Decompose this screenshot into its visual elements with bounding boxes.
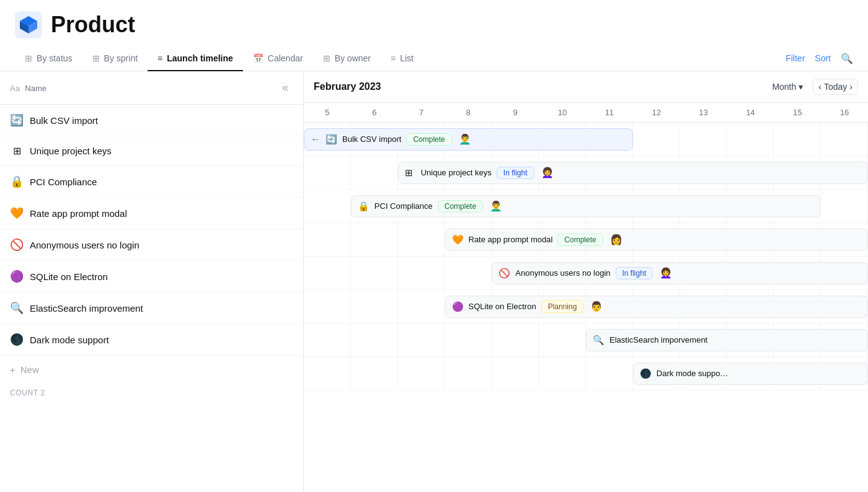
- sqlite-icon: 🟣: [10, 270, 24, 283]
- sidebar-collapse-button[interactable]: «: [277, 79, 293, 97]
- pci-status-badge: Complete: [438, 200, 483, 213]
- day-headers: 5678910111213141516: [304, 103, 868, 123]
- timeline-row-anon-users: 🚫Anonymous users no loginIn flight👩‍🦱: [304, 257, 868, 290]
- elastic-bar-label: ElasticSearch imporvement: [609, 335, 707, 345]
- sidebar-item-label: Bulk CSV import: [30, 115, 98, 126]
- back-arrow-icon: ←: [311, 134, 321, 145]
- dark-mode-bar-label: Dark mode suppo…: [657, 369, 728, 378]
- rate-app-avatar: 👩: [608, 232, 624, 248]
- day-header-9: 9: [492, 103, 539, 122]
- filter-button[interactable]: Filter: [786, 53, 805, 63]
- anon-users-bar-label: Anonymous users no login: [515, 268, 610, 278]
- timeline-rows: ←🔄Bulk CSV importComplete👨‍🦱⊞Unique proj…: [304, 123, 868, 492]
- day-header-8: 8: [445, 103, 492, 122]
- page-title: Product: [51, 12, 135, 38]
- day-header-5: 5: [304, 103, 351, 122]
- elastic-icon: 🔍: [10, 301, 24, 315]
- sidebar-name-label: Name: [25, 84, 46, 93]
- tab-by-sprint[interactable]: ⊞ By sprint: [82, 46, 148, 71]
- anon-users-bar-icon: 🚫: [498, 268, 510, 279]
- task-bar-pci[interactable]: 🔒PCI ComplianceComplete👨‍🦱: [351, 195, 821, 217]
- timeline-row-bulk-csv: ←🔄Bulk CSV importComplete👨‍🦱: [304, 123, 868, 156]
- sidebar-count: COUNT 2: [0, 384, 303, 402]
- sidebar-header: Aa Name «: [0, 71, 303, 105]
- sidebar-item-label: ElasticSearch improvement: [30, 303, 143, 314]
- tab-launch-timeline[interactable]: ≡ Launch timeline: [148, 46, 243, 71]
- bulk-csv-icon: 🔄: [10, 113, 24, 127]
- task-bar-elastic[interactable]: 🔍ElasticSearch imporvement: [586, 329, 868, 351]
- timeline-row-unique-keys: ⊞Unique project keysIn flight👩‍🦱: [304, 156, 868, 190]
- bulk-csv-status-badge: Complete: [406, 133, 451, 146]
- day-header-6: 6: [351, 103, 398, 122]
- sidebar-item-sqlite[interactable]: 🟣 SQLite on Electron: [0, 261, 303, 292]
- unique-keys-icon: ⊞: [10, 145, 24, 157]
- unique-keys-status-badge: In flight: [497, 167, 534, 179]
- sidebar-item-pci[interactable]: 🔒 PCI Compliance: [0, 166, 303, 198]
- tab-calendar[interactable]: 📅 Calendar: [243, 46, 313, 71]
- rate-app-icon: 🧡: [10, 206, 24, 220]
- day-header-13: 13: [680, 103, 727, 122]
- anon-users-icon: 🚫: [10, 238, 24, 252]
- sort-button[interactable]: Sort: [815, 53, 831, 63]
- sidebar-item-label: SQLite on Electron: [30, 271, 108, 282]
- task-bar-rate-app[interactable]: 🧡Rate app prompt modalComplete👩: [445, 229, 869, 251]
- bulk-csv-bar-icon: 🔄: [326, 134, 337, 145]
- day-header-7: 7: [398, 103, 445, 122]
- dark-mode-icon: 🌑: [10, 333, 24, 346]
- timeline-icon: ≡: [157, 53, 162, 63]
- rate-app-status-badge: Complete: [557, 234, 603, 246]
- dark-mode-bar-icon: 🌑: [640, 368, 652, 379]
- timeline-row-sqlite: 🟣SQLite on ElectronPlanning👨: [304, 290, 868, 323]
- app-header: Product: [0, 0, 868, 38]
- tab-by-status[interactable]: ⊞ By status: [15, 46, 82, 71]
- timeline-topbar: February 2023 Month ▾ ‹ Today ›: [304, 71, 868, 103]
- task-bar-dark-mode[interactable]: 🌑Dark mode suppo…: [633, 362, 868, 385]
- task-bar-anon-users[interactable]: 🚫Anonymous users no loginIn flight👩‍🦱: [492, 262, 868, 284]
- sidebar-item-unique-keys[interactable]: ⊞ Unique project keys: [0, 136, 303, 166]
- task-bar-unique-keys[interactable]: ⊞Unique project keysIn flight👩‍🦱: [398, 162, 868, 184]
- timeline-row-pci: 🔒PCI ComplianceComplete👨‍🦱: [304, 190, 868, 223]
- day-header-14: 14: [727, 103, 774, 122]
- sidebar-new-item-button[interactable]: + New: [0, 356, 303, 384]
- unique-keys-bar-icon: ⊞: [405, 167, 416, 178]
- sidebar-item-rate-app[interactable]: 🧡 Rate app prompt modal: [0, 198, 303, 229]
- elastic-bar-icon: 🔍: [593, 335, 604, 346]
- plus-icon: +: [10, 364, 16, 375]
- sidebar-item-dark-mode[interactable]: 🌑 Dark mode support: [0, 324, 303, 356]
- bulk-csv-bar-label: Bulk CSV import: [342, 134, 401, 144]
- task-bar-bulk-csv[interactable]: ←🔄Bulk CSV importComplete👨‍🦱: [304, 128, 633, 151]
- sqlite-bar-icon: 🟣: [452, 301, 464, 312]
- sidebar: Aa Name « 🔄 Bulk CSV import ⊞ Unique pro…: [0, 71, 304, 492]
- anon-users-status-badge: In flight: [616, 267, 653, 279]
- sidebar-item-bulk-csv[interactable]: 🔄 Bulk CSV import: [0, 105, 303, 136]
- timeline-row-rate-app: 🧡Rate app prompt modalComplete👩: [304, 223, 868, 257]
- pci-avatar: 👨‍🦱: [488, 198, 504, 214]
- sidebar-item-label: PCI Compliance: [30, 177, 97, 187]
- pci-icon: 🔒: [10, 175, 24, 188]
- day-header-15: 15: [774, 103, 821, 122]
- search-icon[interactable]: 🔍: [841, 53, 853, 64]
- unique-keys-bar-label: Unique project keys: [421, 168, 492, 177]
- timeline-today-button[interactable]: ‹ Today ›: [813, 79, 858, 95]
- month-label: Month: [772, 82, 796, 92]
- sidebar-item-label: Unique project keys: [30, 146, 112, 156]
- rate-app-bar-icon: 🧡: [452, 234, 464, 245]
- sidebar-item-elastic[interactable]: 🔍 ElasticSearch improvement: [0, 292, 303, 324]
- timeline-month-selector[interactable]: Month ▾: [767, 79, 808, 94]
- sidebar-item-label: Dark mode support: [30, 335, 109, 345]
- tab-by-owner[interactable]: ⊞ By owner: [313, 46, 381, 71]
- main-content: Aa Name « 🔄 Bulk CSV import ⊞ Unique pro…: [0, 71, 868, 492]
- new-item-label: New: [20, 364, 39, 375]
- sqlite-status-badge: Planning: [541, 301, 584, 313]
- tab-list[interactable]: ≡ List: [381, 46, 423, 71]
- sidebar-item-label: Rate app prompt modal: [30, 208, 127, 219]
- anon-users-avatar: 👩‍🦱: [658, 265, 674, 281]
- sidebar-items-list: 🔄 Bulk CSV import ⊞ Unique project keys …: [0, 105, 303, 492]
- timeline-row-dark-mode: 🌑Dark mode suppo…: [304, 357, 868, 390]
- sidebar-item-anon-users[interactable]: 🚫 Anonymous users no login: [0, 229, 303, 261]
- sidebar-aa-label: Aa: [10, 84, 20, 93]
- task-bar-sqlite[interactable]: 🟣SQLite on ElectronPlanning👨: [445, 296, 869, 318]
- table-icon-2: ⊞: [92, 53, 100, 63]
- sidebar-item-label: Anonymous users no login: [30, 240, 140, 250]
- rate-app-bar-label: Rate app prompt modal: [469, 235, 553, 244]
